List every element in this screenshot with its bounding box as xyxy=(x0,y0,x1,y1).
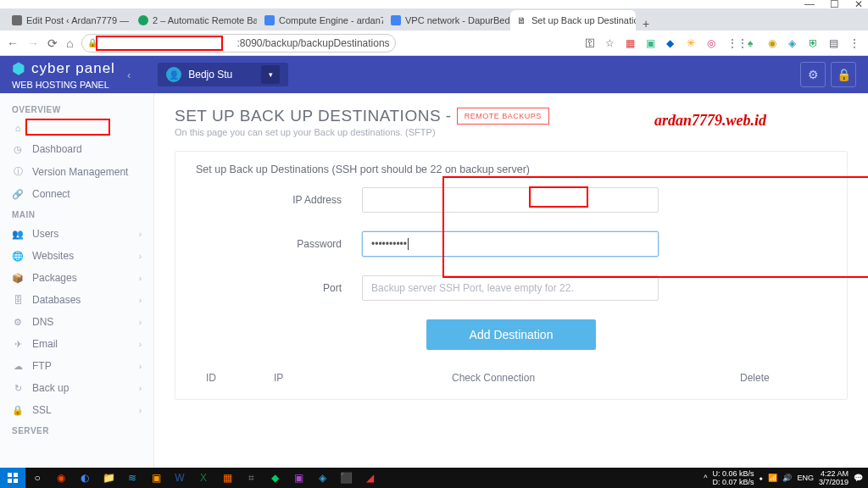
sidebar-item-databases[interactable]: 🗄Databases› xyxy=(0,289,153,311)
sidebar-item-websites[interactable]: 🌐Websites› xyxy=(0,245,153,267)
tab-label: Set up Back up Destinations xyxy=(531,15,636,25)
col-id: ID xyxy=(206,372,274,384)
close-button[interactable]: ✕ xyxy=(854,0,863,10)
favicon-icon xyxy=(138,15,148,25)
ext-icon[interactable]: ◆ xyxy=(666,37,678,49)
form-row-port: Port Backup server SSH Port, leave empty… xyxy=(196,275,826,301)
forward-button[interactable]: → xyxy=(27,36,39,50)
address-bar[interactable]: 🔒 :8090/backup/backupDestinations xyxy=(81,34,395,53)
sidebar-item-ftp[interactable]: ☁FTP› xyxy=(0,355,153,377)
chevron-right-icon: › xyxy=(139,318,142,327)
tray-icon[interactable]: ⬥ xyxy=(759,474,763,482)
sidebar-item-users[interactable]: 👥Users› xyxy=(0,223,153,245)
taskbar-app-icon[interactable]: ◢ xyxy=(358,468,381,488)
package-icon: 📦 xyxy=(12,273,24,284)
sidebar-label: Users xyxy=(32,228,58,240)
taskbar-app-icon[interactable]: ⌗ xyxy=(239,468,263,488)
app-header: ⬢cyber panel WEB HOSTING PANEL ‹ 👤 Bedjo… xyxy=(0,56,868,93)
chevron-right-icon: › xyxy=(139,384,142,393)
taskbar-app-icon[interactable]: ▣ xyxy=(144,468,168,488)
ext-icon[interactable]: ⋮⋮ xyxy=(727,37,739,49)
clock[interactable]: 4:22 AM 3/7/2019 xyxy=(819,469,849,486)
password-label: Password xyxy=(196,238,362,250)
taskbar-app-icon[interactable]: ▣ xyxy=(287,468,310,488)
taskbar-app-icon[interactable]: ◈ xyxy=(310,468,334,488)
sidebar-toggle-icon[interactable]: ‹ xyxy=(127,69,131,81)
maximize-button[interactable]: ☐ xyxy=(830,0,839,10)
language-indicator[interactable]: ENG xyxy=(797,474,814,482)
sidebar-item-version[interactable]: ⓘVersion Management xyxy=(0,160,153,183)
browser-tabs: Edit Post ‹ Ardan7779 — Word…× 2 – Autom… xyxy=(0,8,868,30)
tray-chevron-icon[interactable]: ^ xyxy=(704,474,707,482)
volume-icon[interactable]: 🔊 xyxy=(782,474,792,482)
url-text: :8090/backup/backupDestinations xyxy=(236,37,389,49)
sidebar-item-dns[interactable]: ⚙DNS› xyxy=(0,311,153,333)
svg-rect-0 xyxy=(8,473,12,477)
sidebar-item-dashboard[interactable]: ◷Dashboard xyxy=(0,138,153,160)
browser-tab[interactable]: 2 – Automatic Remote Backup…× xyxy=(131,10,257,30)
taskbar-app-icon[interactable]: ⬛ xyxy=(334,468,358,488)
new-tab-button[interactable]: + xyxy=(637,17,655,30)
ext-icon[interactable]: ♠ xyxy=(748,37,760,49)
minimize-button[interactable]: — xyxy=(804,0,815,10)
notifications-icon[interactable]: 💬 xyxy=(854,474,863,482)
backup-icon: ↻ xyxy=(12,383,24,394)
chevron-down-icon[interactable]: ▾ xyxy=(261,65,280,84)
taskbar-app-icon[interactable]: ○ xyxy=(25,468,49,488)
ext-icon[interactable]: ✳ xyxy=(687,37,698,49)
sidebar-item-home[interactable]: ⌂ xyxy=(0,118,153,138)
annotation-box xyxy=(442,176,868,278)
sidebar-item-connect[interactable]: 🔗Connect xyxy=(0,183,153,205)
extension-icons: ⚿ ☆ ▦ ▣ ◆ ✳ ◎ ⋮⋮ ♠ ◉ ◈ ⛨ ▤ ⋮ xyxy=(585,37,861,49)
back-button[interactable]: ← xyxy=(7,36,19,50)
browser-toolbar: ← → ⟳ ⌂ 🔒 :8090/backup/backupDestination… xyxy=(0,30,868,56)
browser-tab[interactable]: Compute Engine - ardan7779…× xyxy=(258,10,383,30)
chevron-right-icon: › xyxy=(139,274,142,283)
start-button[interactable] xyxy=(0,468,25,488)
menu-icon[interactable]: ⋮ xyxy=(849,37,861,49)
browser-tab[interactable]: Edit Post ‹ Ardan7779 — Word…× xyxy=(5,10,131,30)
wifi-icon[interactable]: 📶 xyxy=(768,474,777,482)
sidebar-label: SSL xyxy=(32,404,52,416)
annotation-box xyxy=(529,186,588,208)
browser-tab-active[interactable]: 🗎Set up Back up Destinations× xyxy=(510,10,636,30)
sidebar-item-email[interactable]: ✈Email› xyxy=(0,333,153,355)
email-icon: ✈ xyxy=(12,339,24,350)
taskbar-app-icon[interactable]: ◐ xyxy=(73,468,97,488)
sidebar-label: Dashboard xyxy=(32,143,82,155)
ext-icon[interactable]: ◈ xyxy=(788,37,800,49)
ext-icon[interactable]: ▤ xyxy=(829,37,841,49)
ext-icon[interactable]: ▣ xyxy=(646,37,658,49)
sidebar-item-packages[interactable]: 📦Packages› xyxy=(0,267,153,289)
redaction-box xyxy=(25,119,110,136)
system-tray: ^ U: 0.06 kB/s D: 0.07 kB/s ⬥ 📶 🔊 ENG 4:… xyxy=(698,469,868,486)
taskbar-app-icon[interactable]: 📁 xyxy=(97,468,120,488)
taskbar-app-icon[interactable]: ◉ xyxy=(49,468,73,488)
taskbar-app-icon[interactable]: W xyxy=(168,468,192,488)
home-button[interactable]: ⌂ xyxy=(66,36,73,50)
col-ip: IP xyxy=(274,372,452,384)
user-menu[interactable]: 👤 Bedjo Stu ▾ xyxy=(158,63,288,86)
key-icon[interactable]: ⚿ xyxy=(585,37,597,49)
settings-button[interactable]: ⚙ xyxy=(800,62,826,87)
avatar-icon: 👤 xyxy=(166,67,181,82)
sidebar-label: Email xyxy=(32,338,58,350)
browser-tab[interactable]: VPC network - DapurBedjoStu…× xyxy=(384,10,509,30)
reload-button[interactable]: ⟳ xyxy=(47,36,58,50)
taskbar-app-icon[interactable]: X xyxy=(192,468,215,488)
lock-button[interactable]: 🔒 xyxy=(831,62,856,87)
port-input[interactable]: Backup server SSH Port, leave empty for … xyxy=(362,275,659,301)
star-icon[interactable]: ☆ xyxy=(605,37,617,49)
ext-icon[interactable]: ◎ xyxy=(707,37,719,49)
taskbar-app-icon[interactable]: ◆ xyxy=(263,468,287,488)
add-destination-button[interactable]: Add Destination xyxy=(426,319,596,350)
ext-icon[interactable]: ◉ xyxy=(768,37,780,49)
sidebar-item-ssl[interactable]: 🔒SSL› xyxy=(0,399,153,421)
ext-icon[interactable]: ⛨ xyxy=(809,37,821,49)
sidebar-item-backup[interactable]: ↻Back up› xyxy=(0,377,153,399)
taskbar-app-icon[interactable]: ≋ xyxy=(120,468,144,488)
taskbar-app-icon[interactable]: ▦ xyxy=(215,468,239,488)
user-name: Bedjo Stu xyxy=(188,69,232,80)
ext-icon[interactable]: ▦ xyxy=(626,37,637,49)
brand-text: cyber panel xyxy=(31,60,115,77)
